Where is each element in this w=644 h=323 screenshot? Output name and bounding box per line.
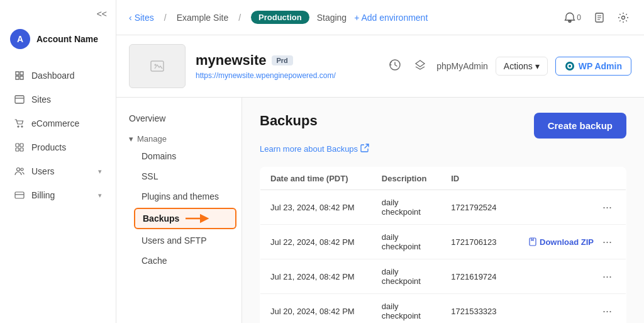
learn-more-label: Learn more about Backups xyxy=(260,144,358,154)
svg-point-13 xyxy=(155,64,157,66)
cell-description: daily checkpoint xyxy=(372,225,441,259)
sidebar-collapse-button[interactable]: << xyxy=(0,0,116,24)
more-options-button[interactable]: ··· xyxy=(599,269,616,285)
chevron-left-icon: ‹ xyxy=(129,13,132,23)
table-row: Jul 20, 2024, 08:42 PM daily checkpoint … xyxy=(260,294,626,324)
manage-section-label: Manage xyxy=(137,134,167,144)
users-icon xyxy=(14,166,25,177)
back-to-sites-link[interactable]: ‹ Sites xyxy=(129,13,154,23)
site-thumbnail xyxy=(129,44,186,88)
left-nav-cache[interactable]: Cache xyxy=(129,251,242,271)
wp-admin-button[interactable]: WP Admin xyxy=(555,57,631,76)
sidebar-item-label-products: Products xyxy=(31,142,66,152)
sidebar-item-label-ecommerce: eCommerce xyxy=(31,118,79,128)
svg-rect-5 xyxy=(16,148,19,151)
col-id: ID xyxy=(441,167,511,190)
actions-label: Actions xyxy=(504,61,533,71)
left-nav-manage-section[interactable]: ▾ Manage xyxy=(116,129,242,146)
external-link-icon xyxy=(360,144,369,154)
svg-point-17 xyxy=(569,65,571,67)
site-env-badge: Prd xyxy=(272,55,293,65)
svg-rect-6 xyxy=(20,148,23,151)
site-url-link[interactable]: https://mynewsite.wpenginepowered.com/ xyxy=(196,71,336,80)
cell-id: 1721619724 xyxy=(441,259,511,294)
breadcrumb-separator2: / xyxy=(238,13,241,23)
avatar: A xyxy=(10,29,30,49)
bell-button[interactable]: 0 xyxy=(562,9,584,26)
phpmyadmin-button[interactable]: phpMyAdmin xyxy=(436,61,488,71)
document-button[interactable] xyxy=(591,9,608,26)
cell-actions: ··· xyxy=(511,259,626,294)
settings-button[interactable] xyxy=(615,9,631,26)
cell-description: daily checkpoint xyxy=(372,190,441,225)
cell-actions: ··· xyxy=(511,294,626,324)
sidebar-item-ecommerce[interactable]: eCommerce xyxy=(4,112,112,135)
back-label: Sites xyxy=(135,13,154,23)
site-name-row: mynewsite Prd xyxy=(196,52,336,69)
sidebar: << A Account Name Dashboard Sites eComme… xyxy=(0,0,116,323)
arrow-indicator xyxy=(186,213,211,224)
collapse-icon: << xyxy=(97,9,107,19)
table-row: Jul 23, 2024, 08:42 PM daily checkpoint … xyxy=(260,190,626,225)
sidebar-item-billing[interactable]: Billing ▾ xyxy=(4,184,112,207)
env-badge[interactable]: Production xyxy=(251,11,309,24)
create-backup-button[interactable]: Create backup xyxy=(534,113,626,139)
col-description: Description xyxy=(372,167,441,190)
sidebar-item-dashboard[interactable]: Dashboard xyxy=(4,64,112,87)
left-nav-domains[interactable]: Domains xyxy=(129,146,242,166)
backups-title: Backups xyxy=(260,113,318,129)
notification-count: 0 xyxy=(577,13,581,22)
cell-id: 1721533323 xyxy=(441,294,511,324)
topbar-right-actions: 0 xyxy=(562,9,631,26)
table-row: Jul 21, 2024, 08:42 PM daily checkpoint … xyxy=(260,259,626,294)
col-date: Date and time (PDT) xyxy=(260,167,372,190)
site-header: mynewsite Prd https://mynewsite.wpengine… xyxy=(116,35,644,98)
more-options-button[interactable]: ··· xyxy=(599,303,616,319)
site-actions: phpMyAdmin Actions ▾ WP Admin xyxy=(386,56,631,77)
learn-more-link[interactable]: Learn more about Backups xyxy=(260,144,626,154)
ecommerce-icon xyxy=(14,118,25,129)
sidebar-item-products[interactable]: Products xyxy=(4,136,112,159)
sidebar-navigation: Dashboard Sites eCommerce Products xyxy=(0,59,116,212)
more-options-button[interactable]: ··· xyxy=(599,200,616,215)
svg-point-11 xyxy=(622,16,625,19)
deploy-button[interactable] xyxy=(411,56,429,77)
left-nav-plugins-themes[interactable]: Plugins and themes xyxy=(129,186,242,207)
left-nav-overview[interactable]: Overview xyxy=(116,108,242,129)
main-content: ‹ Sites / Example Site / Production Stag… xyxy=(116,0,644,323)
topbar-site-name: Example Site xyxy=(177,13,228,23)
more-options-button[interactable]: ··· xyxy=(599,234,616,250)
left-nav-sub-items: Domains SSL Plugins and themes Backups U… xyxy=(116,146,242,271)
wp-admin-label: WP Admin xyxy=(579,61,622,71)
svg-rect-19 xyxy=(530,238,536,246)
sidebar-item-users[interactable]: Users ▾ xyxy=(4,160,112,183)
download-zip-button[interactable]: Download ZIP xyxy=(528,237,594,247)
svg-point-2 xyxy=(21,126,23,127)
staging-tab[interactable]: Staging xyxy=(317,13,347,23)
left-nav-users-sftp[interactable]: Users and SFTP xyxy=(129,230,242,251)
cell-actions: Download ZIP ··· xyxy=(511,225,626,259)
svg-rect-12 xyxy=(151,61,164,71)
left-nav-backups[interactable]: Backups xyxy=(134,208,236,229)
svg-rect-0 xyxy=(15,96,24,103)
account-name: Account Name xyxy=(36,34,98,44)
chevron-down-icon: ▾ xyxy=(129,134,133,144)
svg-point-8 xyxy=(21,168,23,171)
site-name: mynewsite xyxy=(196,52,267,69)
actions-dropdown-button[interactable]: Actions ▾ xyxy=(496,57,548,76)
sidebar-item-sites[interactable]: Sites xyxy=(4,88,112,111)
svg-rect-3 xyxy=(16,144,19,147)
cell-description: daily checkpoint xyxy=(372,294,441,324)
chevron-down-icon: ▾ xyxy=(98,191,102,200)
col-actions xyxy=(511,167,626,190)
cell-date: Jul 22, 2024, 08:42 PM xyxy=(260,225,372,259)
billing-icon xyxy=(14,190,25,201)
backups-table: Date and time (PDT) Description ID Jul 2… xyxy=(260,167,626,323)
phpmyadmin-label: phpMyAdmin xyxy=(436,61,488,71)
left-nav-ssl[interactable]: SSL xyxy=(129,166,242,186)
chevron-down-icon: ▾ xyxy=(98,167,102,176)
breadcrumb-separator: / xyxy=(164,13,167,23)
add-environment-button[interactable]: + Add environment xyxy=(354,13,428,23)
history-button[interactable] xyxy=(386,56,404,77)
backups-header: Backups Create backup xyxy=(260,113,626,139)
